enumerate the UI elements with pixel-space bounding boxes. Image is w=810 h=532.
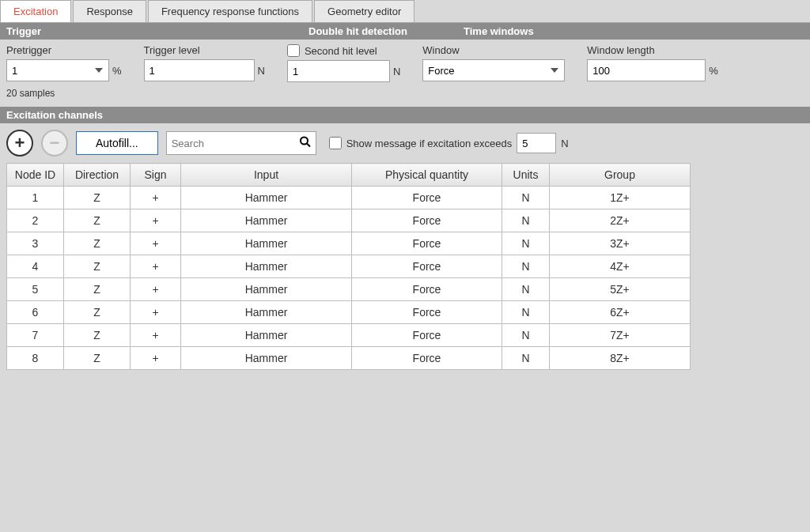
cell-units[interactable]: N (502, 347, 550, 370)
cell-units[interactable]: N (502, 324, 550, 347)
cell-pq[interactable]: Force (352, 324, 502, 347)
cell-units[interactable]: N (502, 301, 550, 324)
second-hit-checkbox[interactable] (287, 44, 300, 57)
tab-frf[interactable]: Frequency response functions (148, 0, 312, 22)
table-row[interactable]: 1Z+HammerForceN1Z+ (7, 187, 691, 209)
cell-group[interactable]: 2Z+ (550, 209, 691, 232)
cell-dir[interactable]: Z (64, 324, 131, 347)
table-row[interactable]: 7Z+HammerForceN7Z+ (7, 324, 691, 347)
cell-units[interactable]: N (502, 255, 550, 278)
cell-group[interactable]: 4Z+ (550, 255, 691, 278)
th-direction[interactable]: Direction (64, 164, 131, 187)
table-row[interactable]: 4Z+HammerForceN4Z+ (7, 255, 691, 278)
cell-input[interactable]: Hammer (181, 278, 352, 301)
trigger-section-header: Trigger Double hit detection Time window… (0, 23, 810, 40)
th-sign[interactable]: Sign (131, 164, 181, 187)
add-channel-button[interactable]: + (6, 130, 33, 157)
window-length-unit: % (709, 65, 718, 77)
table-row[interactable]: 2Z+HammerForceN2Z+ (7, 209, 691, 232)
th-units[interactable]: Units (502, 164, 550, 187)
cell-sign[interactable]: + (131, 187, 181, 209)
show-message-checkbox[interactable] (329, 137, 342, 149)
channels-header: Excitation channels (0, 107, 810, 123)
cell-pq[interactable]: Force (352, 255, 502, 278)
cell-units[interactable]: N (502, 187, 550, 209)
cell-group[interactable]: 7Z+ (550, 324, 691, 347)
second-hit-label: Second hit level (305, 45, 377, 57)
cell-sign[interactable]: + (131, 255, 181, 278)
th-node[interactable]: Node ID (7, 164, 64, 187)
table-row[interactable]: 6Z+HammerForceN6Z+ (7, 301, 691, 324)
cell-input[interactable]: Hammer (181, 187, 352, 209)
svg-point-0 (301, 138, 308, 145)
cell-sign[interactable]: + (131, 232, 181, 255)
pretrigger-select[interactable]: 1 (6, 59, 109, 81)
cell-dir[interactable]: Z (64, 187, 131, 209)
search-input[interactable] (166, 131, 316, 155)
cell-sign[interactable]: + (131, 278, 181, 301)
cell-pq[interactable]: Force (352, 278, 502, 301)
cell-node[interactable]: 3 (7, 232, 64, 255)
cell-input[interactable]: Hammer (181, 347, 352, 370)
cell-dir[interactable]: Z (64, 255, 131, 278)
table-row[interactable]: 5Z+HammerForceN5Z+ (7, 278, 691, 301)
cell-group[interactable]: 1Z+ (550, 187, 691, 209)
table-header-row: Node ID Direction Sign Input Physical qu… (7, 164, 691, 187)
cell-units[interactable]: N (502, 278, 550, 301)
window-length-input[interactable] (587, 59, 706, 81)
cell-input[interactable]: Hammer (181, 209, 352, 232)
cell-node[interactable]: 5 (7, 278, 64, 301)
trigger-level-unit: N (258, 65, 265, 77)
cell-input[interactable]: Hammer (181, 232, 352, 255)
cell-group[interactable]: 5Z+ (550, 278, 691, 301)
cell-pq[interactable]: Force (352, 187, 502, 209)
cell-node[interactable]: 1 (7, 187, 64, 209)
cell-sign[interactable]: + (131, 324, 181, 347)
second-hit-input[interactable] (287, 60, 390, 82)
table-row[interactable]: 3Z+HammerForceN3Z+ (7, 232, 691, 255)
trigger-level-label: Trigger level (144, 44, 265, 56)
cell-dir[interactable]: Z (64, 278, 131, 301)
table-row[interactable]: 8Z+HammerForceN8Z+ (7, 347, 691, 370)
pretrigger-unit: % (112, 65, 122, 77)
window-select[interactable]: Force (422, 59, 565, 81)
cell-pq[interactable]: Force (352, 209, 502, 232)
cell-group[interactable]: 6Z+ (550, 301, 691, 324)
cell-sign[interactable]: + (131, 347, 181, 370)
th-input[interactable]: Input (181, 164, 352, 187)
cell-units[interactable]: N (502, 232, 550, 255)
cell-pq[interactable]: Force (352, 301, 502, 324)
tab-geometry[interactable]: Geometry editor (314, 0, 414, 22)
cell-sign[interactable]: + (131, 301, 181, 324)
trigger-level-field: Trigger level N (144, 44, 265, 81)
trigger-level-input[interactable] (144, 59, 255, 81)
cell-input[interactable]: Hammer (181, 301, 352, 324)
th-group[interactable]: Group (550, 164, 691, 187)
cell-input[interactable]: Hammer (181, 324, 352, 347)
tab-response[interactable]: Response (73, 0, 146, 22)
th-physical-quantity[interactable]: Physical quantity (352, 164, 502, 187)
cell-dir[interactable]: Z (64, 301, 131, 324)
cell-node[interactable]: 4 (7, 255, 64, 278)
plus-icon: + (15, 133, 25, 153)
cell-group[interactable]: 3Z+ (550, 232, 691, 255)
exceed-value-input[interactable] (517, 133, 556, 153)
cell-node[interactable]: 6 (7, 301, 64, 324)
autofill-button[interactable]: Autofill... (76, 131, 158, 155)
cell-pq[interactable]: Force (352, 232, 502, 255)
cell-input[interactable]: Hammer (181, 255, 352, 278)
show-message-label: Show message if excitation exceeds (346, 138, 513, 149)
cell-units[interactable]: N (502, 209, 550, 232)
channels-toolbar: + − Autofill... Show message if excitati… (0, 123, 810, 163)
tab-excitation[interactable]: Excitation (0, 0, 71, 22)
cell-pq[interactable]: Force (352, 347, 502, 370)
cell-sign[interactable]: + (131, 209, 181, 232)
doublehit-header-label: Double hit detection (308, 25, 464, 37)
cell-node[interactable]: 7 (7, 324, 64, 347)
cell-node[interactable]: 8 (7, 347, 64, 370)
cell-dir[interactable]: Z (64, 347, 131, 370)
cell-dir[interactable]: Z (64, 209, 131, 232)
cell-dir[interactable]: Z (64, 232, 131, 255)
cell-node[interactable]: 2 (7, 209, 64, 232)
cell-group[interactable]: 8Z+ (550, 347, 691, 370)
